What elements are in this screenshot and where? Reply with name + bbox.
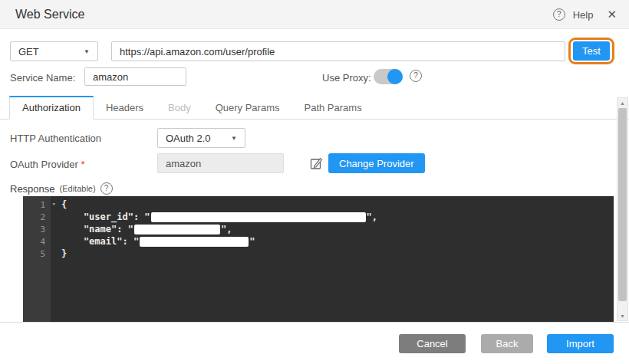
url-input[interactable] (111, 41, 565, 61)
response-help-icon[interactable]: ? (100, 182, 113, 195)
line-number: 1▾ (23, 200, 51, 210)
service-name-input[interactable] (84, 67, 186, 86)
tab-authorization[interactable]: Authorization (9, 96, 94, 120)
response-label-row: Response (Editable) ? (10, 182, 113, 195)
use-proxy-toggle[interactable] (374, 69, 403, 84)
back-button[interactable]: Back (481, 334, 533, 353)
cancel-button[interactable]: Cancel (399, 334, 466, 353)
footer: Cancel Back Import (0, 334, 629, 354)
chevron-down-icon: ▼ (231, 135, 237, 142)
line-number: 5 (23, 249, 51, 259)
response-editable-label: (Editable) (60, 184, 96, 193)
http-method-value: GET (18, 46, 39, 57)
scrollbar-thumb[interactable] (618, 108, 627, 301)
tab-headers[interactable]: Headers (94, 97, 156, 119)
line-number: 4 (23, 237, 51, 247)
line-number: 3 (23, 225, 51, 234)
oauth-provider-label: OAuth Provider * (10, 159, 85, 170)
code-text: "user_id": "", (51, 212, 377, 222)
vertical-scrollbar[interactable]: ▲ ▼ (617, 97, 628, 321)
help-link[interactable]: Help (573, 9, 594, 21)
code-text: "name": "", (51, 224, 232, 234)
edit-provider-icon[interactable] (310, 157, 323, 170)
editor-line: 3 "name": "", (23, 223, 614, 235)
tab-path-params[interactable]: Path Params (291, 97, 374, 119)
test-button[interactable]: Test (573, 41, 610, 61)
http-authentication-select[interactable]: OAuth 2.0 ▼ (157, 128, 245, 148)
proxy-help-icon[interactable]: ? (410, 70, 422, 82)
response-code-editor[interactable]: 1▾{2 "user_id": "",3 "name": "",4 "email… (23, 196, 614, 322)
web-service-dialog: Web Service ? Help ✕ GET ▼ Test Service … (0, 0, 629, 364)
redacted-value (151, 212, 366, 222)
title-bar: Web Service ? Help ✕ (0, 0, 629, 29)
editor-line: 1▾{ (23, 198, 614, 211)
import-button[interactable]: Import (547, 334, 614, 353)
redacted-value (140, 237, 249, 247)
editor-line: 2 "user_id": "", (23, 211, 614, 223)
chevron-down-icon: ▼ (84, 48, 90, 55)
oauth-provider-input (157, 153, 284, 173)
scroll-up-arrow-icon[interactable]: ▲ (617, 98, 627, 107)
response-label: Response (10, 183, 55, 195)
toggle-knob (387, 69, 403, 84)
service-name-label: Service Name: (10, 72, 75, 84)
editor-line: 4 "email": "" (23, 235, 614, 248)
http-authentication-label: HTTP Authentication (10, 133, 101, 144)
scroll-down-arrow-icon[interactable]: ▼ (617, 311, 627, 320)
use-proxy-label: Use Proxy: (322, 72, 371, 84)
tab-query-params[interactable]: Query Params (203, 97, 292, 119)
required-asterisk: * (81, 159, 85, 170)
help-icon[interactable]: ? (553, 8, 565, 21)
http-authentication-value: OAuth 2.0 (166, 133, 211, 144)
redacted-value (134, 225, 220, 234)
page-title: Web Service (15, 8, 84, 21)
code-text: } (51, 248, 67, 259)
close-icon[interactable]: ✕ (607, 8, 617, 21)
http-method-select[interactable]: GET ▼ (10, 41, 98, 61)
change-provider-button[interactable]: Change Provider (328, 153, 425, 173)
code-text: "email": "" (51, 236, 255, 247)
tab-strip: AuthorizationHeadersBodyQuery ParamsPath… (0, 97, 629, 120)
tab-body: Body (156, 97, 203, 119)
fold-arrow-icon[interactable]: ▾ (52, 200, 56, 208)
footer-divider (0, 322, 629, 323)
editor-line: 5} (23, 248, 614, 260)
line-number: 2 (23, 212, 51, 222)
editor-lines: 1▾{2 "user_id": "",3 "name": "",4 "email… (23, 196, 614, 260)
